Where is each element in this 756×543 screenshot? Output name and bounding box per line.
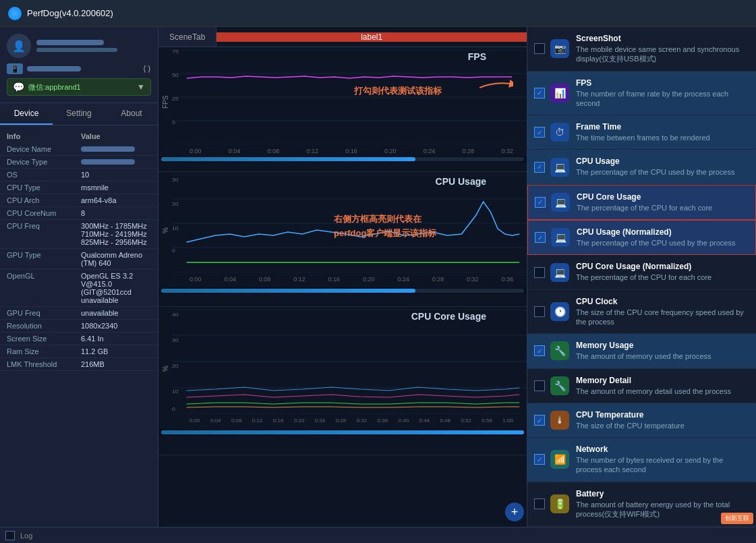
sidebar: 👤 📱 ⟨ ⟩ 💬 微信:appbrand1 ▼ D (0, 27, 158, 527)
metric-checkbox-cpu_clock[interactable] (534, 306, 545, 317)
right-panel: 📷 ScreenShot The mobile device same scre… (527, 27, 756, 527)
device-bar (27, 66, 81, 72)
svg-text:30: 30 (172, 337, 179, 343)
cpu-scrollbar-thumb[interactable] (161, 289, 415, 293)
metric-checkbox-screenshot[interactable] (534, 43, 545, 54)
userinfo-bar (36, 48, 117, 52)
log-checkbox[interactable] (5, 531, 15, 540)
metric-desc-cpu_usage: The percentage of the CPU used by the pr… (576, 167, 749, 177)
tab-setting[interactable]: Setting (53, 103, 105, 125)
metric-checkbox-cpu_usage[interactable] (534, 162, 545, 173)
info-row: CPU Type msmnile (0, 181, 158, 194)
scene-label: label1 (216, 32, 527, 42)
cpu-scrollbar[interactable] (158, 287, 527, 294)
fps-y-axis: FPS (158, 50, 172, 154)
svg-text:10: 10 (172, 388, 179, 395)
metric-item-cpu_core_usage[interactable]: 💻 CPU Core Usage The percentage of the C… (527, 185, 756, 220)
metric-text-memory_detail: Memory Detail The amount of memory detai… (576, 376, 749, 396)
metric-text-cpu_temp: CPU Temperature The size of the CPU temp… (576, 410, 749, 430)
metric-text-cpu_usage: CPU Usage The percentage of the CPU used… (576, 156, 749, 177)
fps-scrollbar[interactable] (158, 156, 527, 163)
info-header: Info Value (0, 130, 158, 143)
cpu-scrollbar-track[interactable] (161, 289, 524, 293)
main-layout: 👤 📱 ⟨ ⟩ 💬 微信:appbrand1 ▼ D (0, 27, 756, 527)
metric-item-frame_time[interactable]: ⏱ Frame Time The time between frames to … (527, 115, 756, 150)
metric-checkbox-memory_usage[interactable] (534, 345, 545, 356)
device-info-panel: Info Value Device Name Device Type OS 10… (0, 125, 158, 527)
metric-checkbox-frame_time[interactable] (534, 127, 545, 138)
metric-item-screenshot[interactable]: 📷 ScreenShot The mobile device same scre… (527, 27, 756, 72)
cpu-y-axis: % (158, 175, 172, 286)
metric-icon-network: 📶 (550, 450, 569, 469)
metric-checkbox-cpu_usage_norm[interactable] (535, 232, 546, 243)
scene-bar: SceneTab label1 (158, 27, 527, 47)
avatar: 👤 (7, 34, 31, 58)
metric-checkbox-network[interactable] (534, 454, 545, 465)
cpu-core-scrollbar-track[interactable] (161, 430, 524, 434)
metric-item-cpu_usage_norm[interactable]: 💻 CPU Usage (Normalized) The percentage … (527, 220, 756, 255)
metric-name-cpu_core_norm: CPU Core Usage (Normalized) (576, 262, 749, 271)
scene-tab[interactable]: SceneTab (158, 27, 216, 47)
next-device-btn[interactable]: ⟩ (148, 64, 151, 74)
wechat-dropdown-icon: ▼ (137, 82, 145, 92)
metric-item-cpu_core_norm[interactable]: 💻 CPU Core Usage (Normalized) The percen… (527, 255, 756, 289)
metric-text-cpu_core_norm: CPU Core Usage (Normalized) The percenta… (576, 262, 749, 282)
metric-checkbox-fps[interactable] (534, 88, 545, 98)
wechat-icon: 💬 (13, 82, 24, 92)
metric-item-cpu_temp[interactable]: 🌡 CPU Temperature The size of the CPU te… (527, 403, 756, 438)
metric-text-cpu_clock: CPU Clock The size of the CPU core frequ… (576, 297, 749, 327)
metric-name-cpu_clock: CPU Clock (576, 297, 749, 306)
bottom-bar: Log (0, 527, 756, 543)
wechat-row[interactable]: 💬 微信:appbrand1 ▼ (7, 78, 151, 96)
metric-icon-cpu_core_norm: 💻 (550, 263, 569, 282)
svg-text:20: 20 (172, 200, 179, 207)
metric-desc-fps: The number of frame rate by the process … (576, 89, 749, 109)
info-col-value: Value (81, 132, 100, 140)
metric-checkbox-cpu_temp[interactable] (534, 415, 545, 426)
svg-text:50: 50 (172, 72, 179, 78)
metric-checkbox-battery[interactable] (534, 498, 545, 509)
metric-desc-frame_time: The time between frames to be rendered (576, 133, 749, 142)
metric-desc-cpu_core_usage: The percentage of the CPU for each core (577, 203, 749, 212)
fps-scrollbar-track[interactable] (161, 157, 524, 161)
cpu-core-scrollbar[interactable] (158, 429, 527, 436)
metric-name-memory_usage: Memory Usage (576, 341, 749, 350)
metric-checkbox-cpu_core_norm[interactable] (534, 267, 545, 278)
metric-icon-cpu_core_usage: 💻 (551, 193, 570, 212)
metric-item-cpu_usage[interactable]: 💻 CPU Usage The percentage of the CPU us… (527, 150, 756, 184)
log-label: Log (20, 532, 32, 540)
info-row: GPU Type Qualcomm Adreno (TM) 640 (0, 249, 158, 270)
metric-item-network[interactable]: 📶 Network The number of bytes received o… (527, 438, 756, 482)
cpu-x-ticks: 0:000:040:080:120:160:200:240:280:320:36 (172, 276, 527, 283)
tab-device[interactable]: Device (0, 103, 53, 125)
metric-item-cpu_clock[interactable]: 🕐 CPU Clock The size of the CPU core fre… (527, 290, 756, 335)
metric-name-screenshot: ScreenShot (576, 34, 749, 43)
metric-item-memory_detail[interactable]: 🔧 Memory Detail The amount of memory det… (527, 369, 756, 403)
info-row: Device Type (0, 156, 158, 169)
metric-item-memory_usage[interactable]: 🔧 Memory Usage The amount of memory used… (527, 334, 756, 368)
fps-chart-wrap: FPS 75 50 25 0 (158, 50, 527, 154)
metric-icon-battery: 🔋 (550, 494, 569, 513)
info-row: LMK Threshold 216MB (0, 358, 158, 371)
cpu-core-scrollbar-thumb[interactable] (161, 430, 524, 434)
info-row: Screen Size 6.41 In (0, 333, 158, 345)
device-row: 📱 ⟨ ⟩ (7, 63, 151, 74)
metric-desc-memory_usage: The amount of memory used the process (576, 351, 749, 361)
metric-item-fps[interactable]: 📊 FPS The number of frame rate by the pr… (527, 72, 756, 116)
fps-annotation: 打勾则代表测试该指标 (354, 84, 442, 98)
fps-scrollbar-thumb[interactable] (161, 157, 415, 161)
metric-icon-frame_time: ⏱ (550, 123, 569, 142)
device-arrows[interactable]: ⟨ ⟩ (143, 64, 151, 74)
charts-area[interactable]: FPS 打勾则代表测试该指标 FPS (158, 47, 527, 527)
svg-text:40: 40 (172, 311, 179, 318)
metric-checkbox-memory_detail[interactable] (534, 380, 545, 391)
sidebar-tabs: Device Setting About (0, 103, 158, 125)
metric-checkbox-cpu_core_usage[interactable] (535, 197, 546, 208)
metric-icon-cpu_usage_norm: 💻 (551, 228, 570, 247)
tab-about[interactable]: About (105, 103, 158, 125)
prev-device-btn[interactable]: ⟨ (143, 64, 146, 74)
add-metric-btn[interactable]: + (505, 503, 524, 521)
user-info (36, 40, 151, 52)
metric-desc-cpu_core_norm: The percentage of the CPU for each core (576, 273, 749, 282)
metric-icon-memory_usage: 🔧 (550, 341, 569, 360)
